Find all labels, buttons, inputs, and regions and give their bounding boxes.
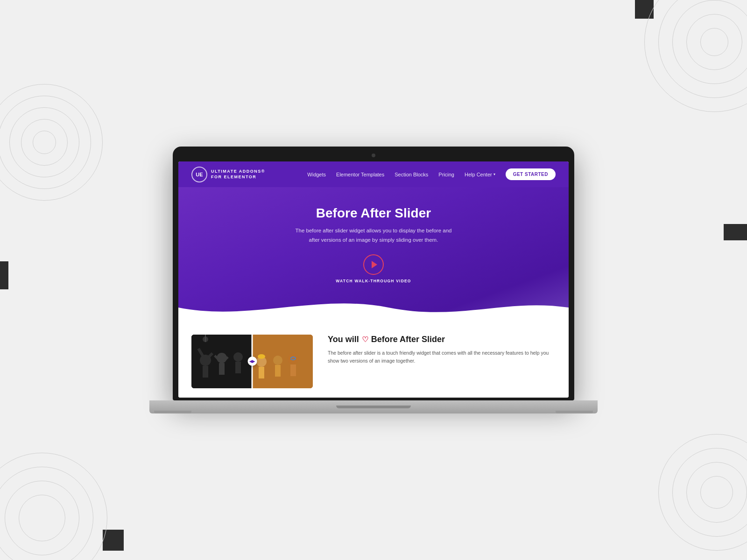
before-image-bw xyxy=(191,335,252,388)
content-description-text: The before after slider is a touch frien… xyxy=(328,349,556,366)
content-title-plugin-name: Before After Slider xyxy=(371,335,445,344)
laptop-screen: UE ULTIMATE ADDONS® FOR ELEMENTOR Widget… xyxy=(173,147,574,400)
after-image-color xyxy=(252,335,313,388)
nav-link-widgets[interactable]: Widgets xyxy=(307,172,326,177)
logo-sub: FOR ELEMENTOR xyxy=(211,175,265,180)
decor-circles-bottom-left xyxy=(0,453,107,560)
content-description: You will ♡ Before After Slider The befor… xyxy=(328,335,556,366)
video-play-wrapper: WATCH WALK-THROUGH VIDEO xyxy=(191,254,556,283)
logo-text-group: ULTIMATE ADDONS® FOR ELEMENTOR xyxy=(211,169,265,180)
decor-rect-top-right xyxy=(635,0,654,19)
slider-circle: ◀▶ xyxy=(247,357,257,366)
logo-icon: UE xyxy=(191,167,207,182)
crowd-color-svg xyxy=(252,335,313,388)
decor-rect-left-mid xyxy=(0,261,8,289)
decor-rect-right-mid xyxy=(724,224,747,240)
content-section: ◀▶ You will ♡ Before After Slider The be… xyxy=(178,321,569,398)
logo-initials: UE xyxy=(196,172,203,177)
laptop-camera xyxy=(372,154,375,157)
play-button[interactable] xyxy=(363,254,384,275)
hero-subtitle: The before after slider widget allows yo… xyxy=(289,226,458,245)
help-center-label: Help Center xyxy=(465,172,492,177)
laptop-feet-left xyxy=(154,411,191,413)
decor-circles-left-mid xyxy=(0,84,103,201)
nav-link-pricing[interactable]: Pricing xyxy=(438,172,454,177)
camera-bar xyxy=(178,151,569,160)
content-title-you-will: You will xyxy=(328,335,359,344)
hero-wave xyxy=(178,294,569,321)
get-started-button[interactable]: GET STARTED xyxy=(506,168,556,180)
laptop-mockup: UE ULTIMATE ADDONS® FOR ELEMENTOR Widget… xyxy=(163,147,584,413)
crowd-bw-svg xyxy=(191,335,252,388)
laptop-hinge xyxy=(336,406,411,408)
slider-before-panel xyxy=(191,335,252,388)
nav-link-elementor-templates[interactable]: Elementor Templates xyxy=(336,172,384,177)
svg-rect-24 xyxy=(252,335,313,388)
nav-link-section-blocks[interactable]: Section Blocks xyxy=(395,172,428,177)
decor-circles-bottom-right xyxy=(658,434,747,551)
content-title: You will ♡ Before After Slider xyxy=(328,335,556,344)
chevron-down-icon: ▾ xyxy=(493,172,495,176)
before-after-preview: ◀▶ xyxy=(191,335,313,388)
heart-icon: ♡ xyxy=(362,335,368,344)
slider-handle: ◀▶ xyxy=(252,335,253,388)
watch-video-label[interactable]: WATCH WALK-THROUGH VIDEO xyxy=(336,279,411,283)
nav-link-help-center[interactable]: Help Center ▾ xyxy=(465,172,495,177)
slider-arrows-icon: ◀▶ xyxy=(249,359,255,364)
decor-circles-top-right xyxy=(644,0,747,112)
logo-brand: ULTIMATE ADDONS® xyxy=(211,169,265,175)
nav-links: Widgets Elementor Templates Section Bloc… xyxy=(307,168,556,180)
screen-content: UE ULTIMATE ADDONS® FOR ELEMENTOR Widget… xyxy=(178,161,569,397)
hero-title: Before After Slider xyxy=(191,206,556,221)
laptop-feet-right xyxy=(556,411,593,413)
site-logo: UE ULTIMATE ADDONS® FOR ELEMENTOR xyxy=(191,167,265,182)
play-triangle-icon xyxy=(372,261,377,268)
hero-section: Before After Slider The before after sli… xyxy=(178,187,569,320)
slider-after-panel xyxy=(252,335,313,388)
laptop-base xyxy=(149,400,598,413)
svg-rect-13 xyxy=(191,335,252,388)
site-navigation: UE ULTIMATE ADDONS® FOR ELEMENTOR Widget… xyxy=(178,161,569,187)
decor-rect-bottom xyxy=(103,530,124,551)
